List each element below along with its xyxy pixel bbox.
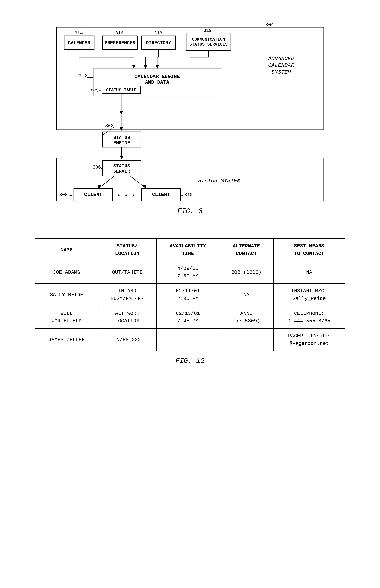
fig12-section: NAME STATUS/LOCATION AVAILABILITYTIME AL… [35, 239, 345, 365]
svg-text:AND DATA: AND DATA [145, 79, 169, 85]
col-header-name: NAME [35, 239, 98, 261]
svg-text:ENGINE: ENGINE [113, 140, 130, 146]
table-row: JAMES ZELDER IN/RM 222 PAGER: JZelder@Pa… [35, 329, 345, 351]
svg-marker-26 [144, 65, 147, 69]
cell-best-means-1: NA [273, 261, 345, 284]
ref-308: 308 [59, 192, 67, 197]
svg-line-39 [99, 176, 114, 188]
cell-alt-contact-2: NA [219, 284, 273, 306]
col-header-best-means: BEST MEANSTO CONTACT [273, 239, 345, 261]
ref-306: 306 [93, 165, 101, 170]
cell-status-4: IN/RM 222 [98, 329, 157, 351]
svg-text:SERVER: SERVER [113, 169, 130, 174]
cell-name-4: JAMES ZELDER [35, 329, 98, 351]
svg-marker-29 [120, 128, 123, 131]
client1-label: CLIENT [84, 192, 102, 198]
col-header-alternate: ALTERNATECONTACT [219, 239, 273, 261]
diagram-svg: ADVANCED CALENDAR SYSTEM 304 314 CALENDA… [45, 12, 335, 202]
ref-302: 302 [105, 123, 113, 129]
status-system-label: STATUS SYSTEM [198, 178, 241, 184]
cell-status-2: IN ANDBUSY/RM 407 [98, 284, 157, 306]
cell-avail-1: 4/29/017:00 AM [156, 261, 219, 284]
svg-text:CALENDAR: CALENDAR [268, 62, 294, 68]
cell-alt-contact-3: ANNE(x7-5309) [219, 306, 273, 329]
ref-322: 322 [90, 88, 97, 92]
arrow-status-table-down [120, 111, 123, 115]
cell-status-3: ALT WORKLOCATION [98, 306, 157, 329]
cell-alt-contact-1: BOB (D303) [219, 261, 273, 284]
svg-line-13 [97, 90, 102, 92]
ref-319: 319 [203, 28, 212, 33]
svg-text:SYSTEM: SYSTEM [271, 69, 291, 75]
table-row: WILLWORTHFIELD ALT WORKLOCATION 02/13/01… [35, 306, 345, 329]
ref-316: 316 [115, 31, 123, 36]
col-header-status: STATUS/LOCATION [98, 239, 157, 261]
calendar-box: CALENDAR [68, 40, 90, 46]
fig12-caption: FIG. 12 [35, 357, 345, 365]
col-header-availability: AVAILABILITYTIME [156, 239, 219, 261]
svg-line-44 [180, 195, 184, 196]
fig12-table: NAME STATUS/LOCATION AVAILABILITYTIME AL… [35, 239, 345, 351]
advanced-calendar-label: ADVANCED [268, 55, 294, 62]
cell-name-2: SALLY REIDE [35, 284, 98, 306]
cell-best-means-3: CELLPHONE:1-444-555-8765 [273, 306, 345, 329]
cell-avail-4 [156, 329, 219, 351]
table-row: SALLY REIDE IN ANDBUSY/RM 407 02/11/012:… [35, 284, 345, 306]
client2-label: CLIENT [152, 192, 170, 198]
cell-status-1: OUT/TAHITI [98, 261, 157, 284]
status-engine-label: STATUS [113, 135, 130, 140]
cell-best-means-2: INSTANT MSG:Sally_Reide [273, 284, 345, 306]
ref-318: 318 [154, 31, 162, 36]
cell-alt-contact-4 [219, 329, 273, 351]
cell-name-3: WILLWORTHFIELD [35, 306, 98, 329]
comm-status-box: COMMUNICATION [192, 37, 225, 42]
svg-text:STATUS SERVICES: STATUS SERVICES [189, 42, 228, 47]
preferences-box: PREFERENCES [104, 40, 135, 46]
table-header-row: NAME STATUS/LOCATION AVAILABILITYTIME AL… [35, 239, 345, 261]
cell-best-means-4: PAGER: JZelder@Pagercom.net [273, 329, 345, 351]
table-row: JOE ADAMS OUT/TAHITI 4/29/017:00 AM BOB … [35, 261, 345, 284]
directory-box: DIRECTORY [146, 40, 171, 46]
ref-310: 310 [184, 192, 193, 197]
cell-name-1: JOE ADAMS [35, 261, 98, 284]
ref-304: 304 [265, 22, 274, 28]
svg-line-40 [130, 176, 146, 188]
arrow-calendar-to-engine [132, 65, 136, 69]
status-table-label: STATUS TABLE [106, 88, 136, 92]
svg-line-42 [68, 195, 74, 196]
cell-avail-3: 02/13/017:45 PM [156, 306, 219, 329]
cell-avail-2: 02/11/012:00 PM [156, 284, 219, 306]
arrow-engine-to-server [120, 156, 123, 159]
ref-314: 314 [75, 31, 83, 36]
fig3-diagram: ADVANCED CALENDAR SYSTEM 304 314 CALENDA… [35, 12, 345, 215]
dots: • • • [117, 192, 135, 199]
ref-312: 312 [78, 74, 87, 79]
calendar-engine-label: CALENDAR ENGINE [134, 74, 180, 79]
fig3-caption: FIG. 3 [35, 207, 345, 215]
status-server-label: STATUS [113, 164, 130, 169]
